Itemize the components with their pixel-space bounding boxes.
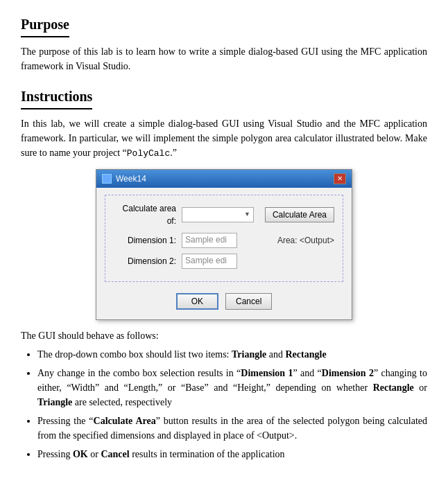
instructions-heading: Instructions — [21, 86, 92, 109]
dialog-body: Calculate area of: ▼ Calculate Area Dime… — [96, 188, 352, 319]
list-item: Any change in the combo box selection re… — [37, 366, 427, 409]
dimension2-input[interactable]: Sample edi — [182, 254, 237, 269]
dimension1-input[interactable]: Sample edi — [182, 233, 237, 248]
dimension2-label: Dimension 2: — [114, 255, 176, 267]
instructions-section: Instructions In this lab, we will create… — [21, 86, 427, 461]
purpose-heading: Purpose — [21, 14, 69, 37]
dialog-close-button[interactable]: ✕ — [334, 173, 346, 184]
purpose-section: Purpose The purpose of this lab is to le… — [21, 14, 427, 73]
shape-combo[interactable]: ▼ — [182, 207, 254, 222]
list-item: The drop-down combo box should list two … — [37, 347, 427, 362]
dialog-row-calculate-area: Calculate area of: ▼ Calculate Area — [114, 202, 334, 227]
dialog-titlebar-left: Week14 — [102, 173, 146, 185]
combo-arrow-icon: ▼ — [244, 210, 250, 220]
dialog-inner-border: Calculate area of: ▼ Calculate Area Dime… — [105, 195, 343, 282]
dimension1-label: Dimension 1: — [114, 234, 176, 247]
calculate-area-label: Calculate area of: — [114, 202, 176, 227]
instructions-intro: In this lab, we will create a simple dia… — [21, 116, 427, 161]
gui-intro-text: The GUI should behave as follows: — [21, 328, 427, 343]
dialog-titlebar: Week14 ✕ — [96, 170, 352, 188]
dialog-row-dimension1: Dimension 1: Sample edi Area: <Output> — [114, 233, 334, 248]
area-output-label: Area: <Output> — [277, 234, 334, 247]
bullet-list: The drop-down combo box should list two … — [37, 347, 427, 461]
dialog-window: Week14 ✕ Calculate area of: ▼ Calculat — [96, 169, 352, 320]
purpose-text: The purpose of this lab is to learn how … — [21, 44, 427, 73]
dialog-wrapper: Week14 ✕ Calculate area of: ▼ Calculat — [21, 169, 427, 320]
dialog-app-icon — [102, 174, 112, 184]
list-item: Pressing OK or Cancel results in termina… — [37, 447, 427, 461]
calculate-area-button[interactable]: Calculate Area — [265, 207, 334, 222]
cancel-button[interactable]: Cancel — [225, 293, 272, 310]
list-item: Pressing the “Calculate Area” button res… — [37, 414, 427, 443]
ok-button[interactable]: OK — [176, 293, 218, 310]
dialog-row-dimension2: Dimension 2: Sample edi — [114, 254, 334, 269]
dimension1-value: Sample edi — [185, 235, 227, 245]
dialog-footer: OK Cancel — [105, 289, 343, 312]
dialog-title: Week14 — [116, 173, 146, 185]
dimension2-value: Sample edi — [185, 256, 227, 265]
